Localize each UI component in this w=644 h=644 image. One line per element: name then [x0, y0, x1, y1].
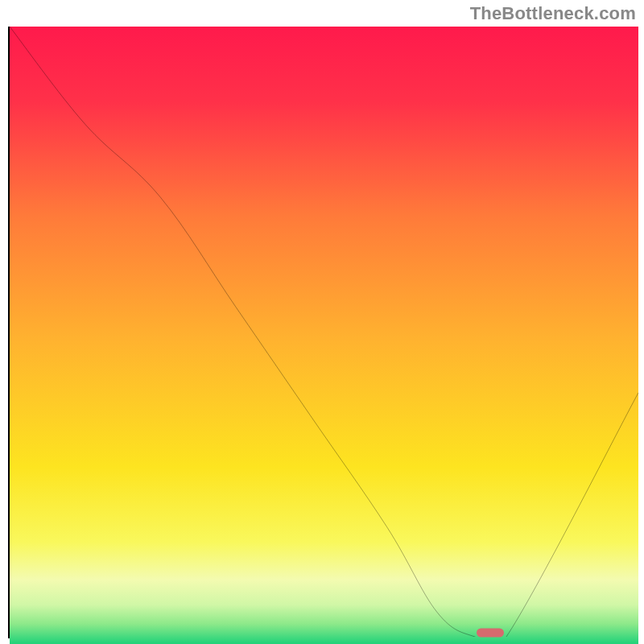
plot-area: [8, 27, 638, 638]
optimal-marker: [477, 629, 504, 638]
watermark-text: TheBottleneck.com: [470, 3, 636, 24]
bottleneck-curve: [10, 27, 638, 637]
